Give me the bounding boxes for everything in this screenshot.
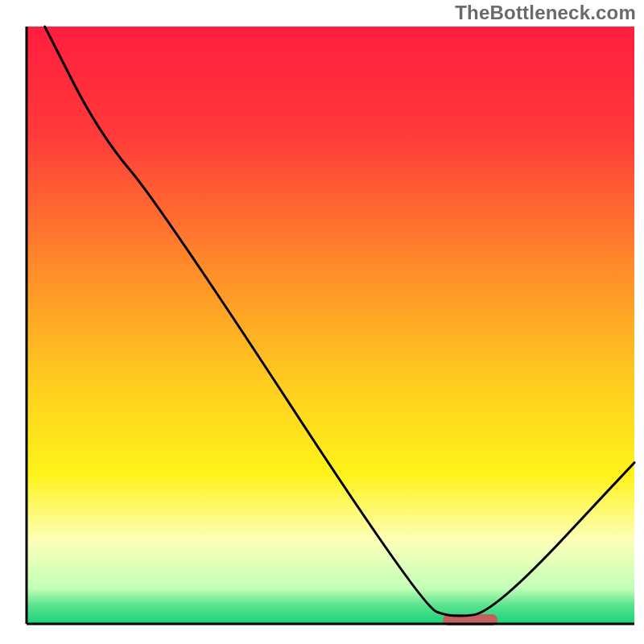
plot-background [27,27,634,624]
chart-canvas: TheBottleneck.com [0,0,644,644]
bottleneck-chart [0,0,644,644]
